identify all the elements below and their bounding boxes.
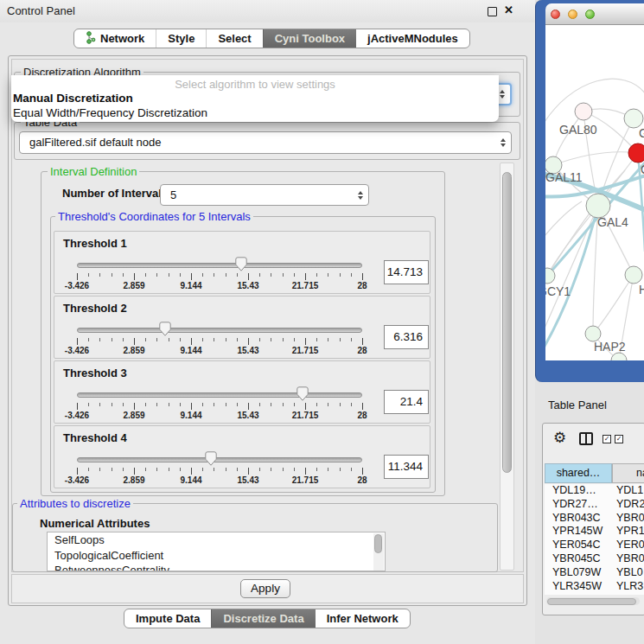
slider-thumb[interactable]: [296, 386, 309, 401]
node-h[interactable]: [625, 266, 642, 284]
node-label-cut-h: H: [639, 283, 644, 296]
table-row[interactable]: YLR345WYLR3: [545, 580, 644, 594]
attributes-group-title: Attributes to discretize: [17, 497, 133, 510]
slider-track[interactable]: [77, 263, 362, 268]
cell: YDR2: [612, 498, 644, 512]
column-header-name[interactable]: na: [612, 463, 644, 483]
minimize-traffic-light-icon[interactable]: [568, 10, 577, 19]
table-row[interactable]: YPR145WYPR1: [545, 525, 644, 539]
slider-thumb[interactable]: [205, 451, 217, 466]
slider-thumb[interactable]: [159, 322, 171, 336]
cell: YBL079W: [545, 566, 612, 580]
panel-scrollbar-track[interactable]: [500, 163, 514, 571]
dropdown-option-manual-discretization[interactable]: Manual Discretization: [11, 92, 499, 106]
tick-label: 21.715: [292, 475, 319, 485]
cell: YBR0: [612, 512, 644, 526]
tick-label: 15.43: [237, 475, 258, 485]
cell: YBR0: [612, 552, 644, 566]
threshold-1-slider[interactable]: -3.426 2.859 9.144 15.43 21.715 28: [77, 232, 362, 295]
threshold-1-value-field[interactable]: 14.713: [384, 260, 429, 284]
table-row[interactable]: YBL079WYBL0: [545, 566, 644, 580]
tab-discretize-data[interactable]: Discretize Data: [211, 609, 315, 628]
tab-label: jActiveMNodules: [367, 32, 458, 45]
close-traffic-light-icon[interactable]: [551, 10, 560, 19]
slider-track[interactable]: [77, 457, 362, 462]
node-label-cut-c: C: [641, 163, 644, 176]
combo-arrows-icon[interactable]: [500, 90, 505, 99]
tab-select[interactable]: Select: [206, 29, 262, 48]
threshold-3-slider[interactable]: -3.426 2.859 9.144 15.43 21.715 28: [77, 361, 362, 424]
dropdown-option-equal-width[interactable]: Equal Width/Frequency Discretization: [11, 106, 499, 121]
cell: YBL0: [612, 566, 643, 580]
dropdown-placeholder: Select algorithm to view settings: [11, 77, 499, 92]
numerical-attributes-list: SelfLoops TopologicalCoefficient Between…: [47, 532, 386, 571]
checkbox-icon[interactable]: ✓: [615, 435, 623, 443]
table-data-combobox[interactable]: galFiltered.sif default node: [19, 131, 512, 154]
list-item-betweennesscentrality[interactable]: BetweennessCentrality: [48, 563, 385, 571]
table-row[interactable]: YER054CYER0: [545, 539, 644, 552]
tab-impute-data[interactable]: Impute Data: [124, 609, 211, 628]
slider-thumb[interactable]: [235, 257, 247, 271]
table-row[interactable]: YBR045CYBR0: [545, 552, 644, 566]
list-scrollbar-track[interactable]: [373, 533, 384, 571]
slider-tick-labels: -3.426 2.859 9.144 15.43 21.715 28: [77, 346, 362, 356]
threshold-4-value-field[interactable]: 11.344: [384, 455, 429, 479]
tab-style[interactable]: Style: [156, 29, 206, 48]
close-icon[interactable]: ✕: [504, 3, 513, 16]
network-canvas[interactable]: GAL80 GA C GAL11 GAL4 GCY1 H HAP2: [545, 25, 644, 360]
list-scrollbar-thumb[interactable]: [374, 534, 382, 553]
cell: YER0: [612, 539, 644, 552]
tab-jactivemnodules[interactable]: jActiveMNodules: [356, 29, 469, 48]
checkbox-icon[interactable]: ✓: [603, 435, 611, 443]
num-intervals-spinner[interactable]: 5: [160, 184, 369, 206]
table-row[interactable]: YBR043CYBR0: [545, 512, 644, 526]
node-gal4[interactable]: [586, 194, 610, 218]
network-window-titlebar: [545, 3, 644, 25]
table-row[interactable]: YDR27…YDR2: [545, 498, 644, 512]
table-row[interactable]: YIL053CYIL0: [545, 593, 644, 595]
node-label-gal80: GAL80: [559, 123, 597, 137]
float-window-icon[interactable]: [488, 7, 497, 16]
list-item-topologicalcoefficient[interactable]: TopologicalCoefficient: [48, 548, 385, 564]
list-item-selfloops[interactable]: SelfLoops: [48, 532, 385, 548]
tick-label: 15.43: [237, 346, 258, 355]
tab-infer-network[interactable]: Infer Network: [316, 609, 410, 628]
column-header-shared-name[interactable]: shared…: [545, 463, 612, 483]
spinner-arrows-icon[interactable]: [358, 191, 363, 200]
slider-track[interactable]: [77, 392, 362, 398]
tab-cyni-toolbox[interactable]: Cyni Toolbox: [263, 29, 356, 48]
table-row[interactable]: YDL19…YDL1: [545, 484, 644, 498]
slider-track[interactable]: [77, 328, 362, 333]
node-gal80[interactable]: [575, 103, 592, 120]
num-intervals-label: Number of Intervals: [62, 187, 168, 200]
node-top-right[interactable]: [624, 109, 643, 128]
threshold-2-value-field[interactable]: 6.316: [384, 325, 429, 349]
panel-scrollbar-thumb[interactable]: [502, 172, 512, 473]
tab-label: Cyni Toolbox: [275, 32, 345, 45]
cell: YIL0: [612, 593, 639, 595]
cell: YDL19…: [545, 484, 612, 498]
table-hscrollbar-thumb[interactable]: [547, 598, 636, 605]
split-panel-icon[interactable]: [579, 432, 593, 445]
num-intervals-value: 5: [170, 188, 176, 201]
combo-arrows-icon[interactable]: [501, 138, 506, 147]
gear-icon[interactable]: ⚙: [553, 429, 566, 447]
cell: YBR043C: [545, 512, 612, 526]
zoom-traffic-light-icon[interactable]: [585, 10, 595, 19]
network-graph: GAL80 GA C GAL11 GAL4 GCY1 H HAP2: [545, 25, 644, 360]
tick-label: 9.144: [180, 475, 201, 485]
node-highlighted-red[interactable]: [628, 143, 644, 163]
threshold-2-slider[interactable]: -3.426 2.859 9.144 15.43 21.715 28: [77, 296, 362, 360]
threshold-4-slider[interactable]: -3.426 2.859 9.144 15.43 21.715 28: [77, 426, 362, 489]
tab-network[interactable]: Network: [74, 29, 156, 48]
tick-label: 21.715: [292, 411, 319, 420]
cell: YPR145W: [545, 525, 612, 539]
node-bottom-partial[interactable]: [611, 353, 627, 360]
apply-button[interactable]: Apply: [240, 579, 290, 598]
tick-label: 9.144: [180, 346, 201, 355]
tab-label: Network: [100, 32, 144, 45]
threshold-3-value-field[interactable]: 21.4: [384, 390, 429, 414]
tab-label: Infer Network: [327, 612, 399, 625]
control-panel-title: Control Panel: [7, 4, 75, 17]
table-hscrollbar-track[interactable]: [546, 597, 640, 605]
